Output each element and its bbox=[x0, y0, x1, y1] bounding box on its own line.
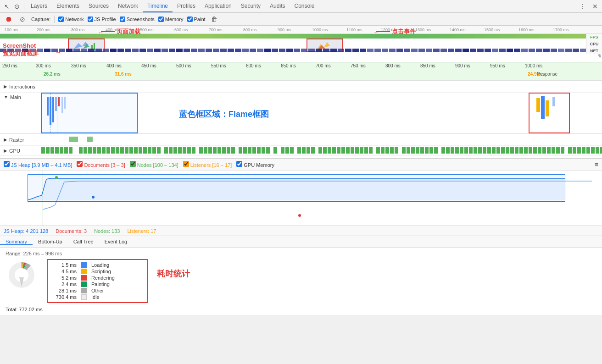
flame-right-bar4 bbox=[552, 97, 555, 106]
tab-sources[interactable]: Sources bbox=[84, 0, 113, 12]
close-icon[interactable]: ✕ bbox=[591, 2, 599, 11]
screenshot-strip: // Generate screenshot strip squares inl… bbox=[0, 49, 586, 52]
cursor-icon[interactable]: ↖ bbox=[3, 2, 11, 11]
tick-900ms: 900 ms bbox=[278, 28, 291, 32]
gpu-body bbox=[41, 146, 602, 155]
listeners-stat: Listeners: 17 bbox=[127, 228, 156, 234]
timeline-overview: 100 ms 200 ms 300 ms 400 ms 500 ms 600 m… bbox=[0, 26, 602, 62]
trash-icon[interactable]: 🗑 bbox=[210, 15, 218, 23]
gpu-memory-label[interactable]: GPU Memory bbox=[236, 161, 274, 168]
summary-row-scripting: 4.5 ms Scripting bbox=[51, 268, 143, 275]
bottom-content: Range: 226 ms – 998 ms bbox=[0, 248, 602, 315]
ruler-tick-550: 550 ms bbox=[211, 63, 226, 68]
tick-1700ms: 1700 ms bbox=[553, 28, 569, 32]
tab-security[interactable]: Security bbox=[236, 0, 265, 12]
tick-1300ms: 1300 ms bbox=[415, 28, 431, 32]
tick-100ms: 100 ms bbox=[5, 28, 18, 32]
page-load-annotation: ← 页面加载 bbox=[101, 28, 140, 36]
tab-summary[interactable]: Summary bbox=[0, 239, 33, 245]
gpu-memory-checkbox[interactable] bbox=[236, 161, 242, 167]
total-label: Total: 772.02 ms bbox=[6, 307, 596, 312]
painting-color bbox=[81, 281, 87, 287]
ruler-tick-700: 700 ms bbox=[316, 63, 331, 68]
listeners-text: Listeners [16 – 17] bbox=[190, 162, 232, 168]
ms-label-262: 26.2 ms bbox=[44, 72, 61, 77]
timing-annotation: 耗时统计 bbox=[157, 268, 190, 279]
interactions-expand[interactable]: ▶ bbox=[4, 84, 7, 89]
screenshots-checkbox[interactable] bbox=[120, 17, 125, 22]
tab-event-log[interactable]: Event Log bbox=[99, 239, 133, 245]
flame-vline-1 bbox=[50, 94, 51, 132]
summary-row-idle: 730.4 ms Idle bbox=[51, 294, 143, 300]
js-heap-label[interactable]: JS Heap [3.9 MB – 4.1 MB] bbox=[4, 161, 72, 168]
tab-profiles[interactable]: Profiles bbox=[173, 0, 200, 12]
tick-1000ms: 1000 ms bbox=[312, 28, 328, 32]
nodes-checkbox[interactable] bbox=[130, 161, 136, 167]
flame-bar-3 bbox=[52, 97, 54, 122]
summary-row-other: 28.1 ms Other bbox=[51, 287, 143, 294]
tab-layers[interactable]: Layers bbox=[26, 0, 52, 12]
js-profile-checkbox[interactable] bbox=[88, 17, 93, 22]
memory-chart bbox=[0, 171, 602, 226]
paint-checkbox-label[interactable]: Paint bbox=[187, 17, 206, 22]
gpu-label: ▶ GPU bbox=[0, 146, 41, 155]
network-checkbox[interactable] bbox=[58, 17, 64, 22]
loading-color bbox=[81, 262, 87, 268]
tab-application[interactable]: Application bbox=[200, 0, 236, 12]
heap-line-area bbox=[41, 177, 602, 214]
memory-checkbox-label[interactable]: Memory bbox=[158, 17, 184, 22]
nodes-label[interactable]: Nodes [100 – 134] bbox=[130, 161, 178, 168]
gpu-expand[interactable]: ▶ bbox=[4, 148, 7, 153]
documents-label[interactable]: Documents [3 – 3] bbox=[77, 161, 125, 168]
tab-audits[interactable]: Audits bbox=[265, 0, 290, 12]
gpu-track: ▶ GPU bbox=[0, 146, 602, 156]
ruler-tick-250: 250 ms bbox=[2, 63, 17, 68]
ruler-tick-950: 950 ms bbox=[490, 63, 505, 68]
record-icon[interactable]: ⏺ bbox=[5, 15, 13, 23]
tab-network[interactable]: Network bbox=[113, 0, 143, 12]
scripting-color bbox=[81, 269, 87, 274]
flame-annotation: 蓝色框区域：Flame框图 bbox=[179, 109, 269, 120]
summary-table: 1.5 ms Loading 4.5 ms Scripting 5.2 ms R… bbox=[47, 259, 148, 303]
network-checkbox-label[interactable]: Network bbox=[58, 17, 84, 22]
inspect-icon[interactable]: ⊙ bbox=[13, 2, 21, 11]
tab-call-tree[interactable]: Call Tree bbox=[68, 239, 99, 245]
capture-label: Capture: bbox=[31, 17, 50, 22]
tick-1500ms: 1500 ms bbox=[484, 28, 500, 32]
memory-settings-icon[interactable]: ≡ bbox=[595, 161, 598, 168]
tab-timeline[interactable]: Timeline bbox=[143, 0, 173, 12]
stop-icon[interactable]: ⊘ bbox=[18, 15, 27, 23]
loading-time: 1.5 ms bbox=[51, 262, 77, 268]
paint-checkbox[interactable] bbox=[187, 17, 193, 22]
net-label: NET bbox=[590, 49, 598, 53]
ruler-tick-400: 400 ms bbox=[106, 63, 122, 68]
js-heap-checkbox[interactable] bbox=[4, 161, 10, 167]
tracks-area: ▶ Interactions ▼ Main bbox=[0, 81, 602, 159]
flame-right-bar1 bbox=[536, 98, 540, 112]
idle-time: 730.4 ms bbox=[51, 294, 77, 300]
main-expand[interactable]: ▼ bbox=[4, 94, 8, 99]
toolbar-right: ⋮ ✕ bbox=[577, 2, 600, 11]
js-heap-stat: JS Heap: 4 201 128 bbox=[4, 228, 48, 234]
interactions-track: ▶ Interactions bbox=[0, 81, 602, 93]
flame-right-bar2 bbox=[541, 96, 545, 119]
heap-label: 3.9 MB — bbox=[566, 49, 585, 53]
raster-expand[interactable]: ▶ bbox=[4, 137, 7, 142]
js-profile-checkbox-label[interactable]: JS Profile bbox=[88, 17, 116, 22]
painting-label: Painting bbox=[91, 281, 110, 287]
memory-checkbox-label-input[interactable] bbox=[158, 17, 164, 22]
other-time: 28.1 ms bbox=[51, 288, 77, 293]
main-ruler: 250 ms 300 ms 350 ms 400 ms 450 ms 500 m… bbox=[0, 62, 602, 81]
tab-bottom-up[interactable]: Bottom-Up bbox=[33, 239, 68, 245]
documents-checkbox[interactable] bbox=[77, 161, 83, 167]
tab-console[interactable]: Console bbox=[290, 0, 319, 12]
heap-red-dot bbox=[298, 214, 301, 217]
screenshots-checkbox-label[interactable]: Screenshots bbox=[120, 17, 155, 22]
click-event-annotation: ← 点击事件 bbox=[376, 28, 416, 36]
listeners-label[interactable]: Listeners [16 – 17] bbox=[183, 161, 232, 168]
ruler-tick-850: 850 ms bbox=[420, 63, 435, 68]
listeners-checkbox[interactable] bbox=[183, 161, 189, 167]
more-icon[interactable]: ⋮ bbox=[578, 2, 586, 11]
ruler-tick-450: 450 ms bbox=[141, 63, 156, 68]
tab-elements[interactable]: Elements bbox=[52, 0, 84, 12]
